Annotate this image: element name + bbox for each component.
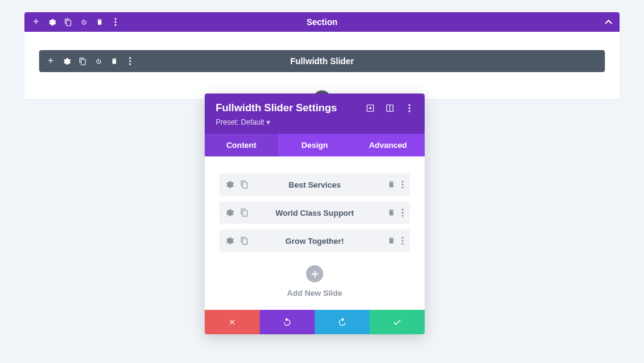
collapse-icon[interactable]	[605, 20, 612, 24]
gear-icon[interactable]	[225, 180, 234, 189]
panel-body: Best Services World Class Support Grow	[205, 156, 425, 310]
power-icon[interactable]	[94, 57, 103, 65]
svg-point-20	[402, 240, 404, 242]
add-slide-label: Add New Slide	[219, 288, 410, 298]
svg-point-10	[409, 105, 411, 106]
svg-point-11	[409, 108, 411, 109]
svg-point-17	[402, 212, 404, 214]
svg-point-14	[402, 184, 404, 186]
trash-icon[interactable]	[110, 57, 119, 65]
expand-icon[interactable]	[366, 104, 375, 112]
preset-dropdown[interactable]: Preset: Default ▾	[216, 118, 414, 127]
panel-tabs: Content Design Advanced	[205, 134, 425, 156]
add-slide-area: Add New Slide	[219, 265, 410, 298]
trash-icon[interactable]	[387, 180, 395, 189]
more-icon[interactable]	[111, 18, 120, 26]
svg-point-1	[115, 21, 117, 23]
svg-point-15	[402, 187, 404, 189]
trash-icon[interactable]	[387, 237, 395, 245]
save-button[interactable]	[370, 310, 425, 334]
svg-point-2	[115, 24, 117, 26]
slide-item[interactable]: Best Services	[219, 174, 410, 196]
svg-point-13	[402, 181, 404, 183]
more-icon[interactable]	[126, 57, 134, 65]
tab-design[interactable]: Design	[278, 134, 351, 156]
more-icon[interactable]	[401, 237, 404, 245]
panel-header: Fullwidth Slider Settings Preset: Defaul…	[205, 94, 425, 134]
move-icon[interactable]	[46, 57, 55, 65]
gear-icon[interactable]	[225, 208, 234, 217]
svg-point-7	[370, 108, 371, 109]
duplicate-icon[interactable]	[64, 18, 72, 26]
move-icon[interactable]	[32, 18, 40, 26]
duplicate-icon[interactable]	[240, 237, 249, 245]
module-bar: Fullwidth Slider	[39, 50, 605, 72]
svg-point-12	[409, 111, 411, 112]
settings-panel: Fullwidth Slider Settings Preset: Defaul…	[205, 94, 425, 334]
trash-icon[interactable]	[387, 208, 395, 217]
svg-point-5	[130, 64, 131, 65]
svg-point-18	[402, 215, 404, 217]
section-body: Fullwidth Slider	[24, 32, 620, 99]
module-header-icons	[46, 57, 134, 65]
layout-icon[interactable]	[386, 104, 394, 112]
duplicate-icon[interactable]	[240, 208, 249, 217]
redo-button[interactable]	[315, 310, 370, 334]
svg-point-0	[115, 18, 117, 20]
tab-advanced[interactable]: Advanced	[351, 134, 425, 156]
tab-content[interactable]: Content	[205, 134, 278, 156]
svg-point-21	[402, 243, 404, 245]
section-header-icons	[32, 18, 120, 26]
svg-point-16	[402, 209, 404, 211]
slide-item[interactable]: World Class Support	[219, 202, 410, 224]
more-icon[interactable]	[401, 180, 404, 189]
more-icon[interactable]	[401, 208, 404, 217]
undo-button[interactable]	[260, 310, 315, 334]
gear-icon[interactable]	[225, 237, 234, 245]
duplicate-icon[interactable]	[78, 57, 87, 65]
gear-icon[interactable]	[48, 18, 56, 26]
svg-point-4	[130, 61, 131, 62]
panel-footer	[205, 310, 425, 334]
slide-item[interactable]: Grow Together!	[219, 230, 410, 252]
svg-point-19	[402, 237, 404, 239]
duplicate-icon[interactable]	[240, 180, 249, 189]
section-container: Section	[24, 12, 620, 99]
section-header: Section	[24, 12, 620, 32]
panel-title: Fullwidth Slider Settings	[216, 102, 366, 114]
svg-point-3	[130, 57, 131, 59]
more-icon[interactable]	[405, 104, 414, 112]
gear-icon[interactable]	[62, 57, 71, 65]
power-icon[interactable]	[79, 18, 88, 26]
add-slide-button[interactable]	[306, 265, 323, 282]
cancel-button[interactable]	[205, 310, 260, 334]
trash-icon[interactable]	[95, 18, 104, 26]
